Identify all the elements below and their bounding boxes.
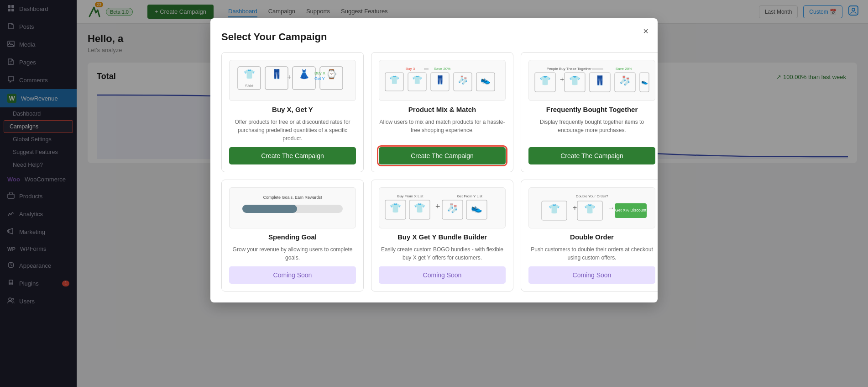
card-title-buy-x-get-y: Buy X, Get Y [229, 106, 356, 113]
svg-text:⌚: ⌚ [326, 69, 337, 80]
card-image-double-order: Double Your Order? 👕 + 👕 → Get X% Discou… [528, 187, 655, 228]
card-desc-buy-x-get-y: Offer products for free or at discounted… [229, 118, 356, 143]
svg-text:Buy 3: Buy 3 [406, 67, 415, 71]
svg-text:👖: 👖 [271, 69, 282, 80]
card-image-spending-goal: Complete Goals, Earn Rewards! [229, 187, 356, 228]
svg-text:👗: 👗 [298, 69, 310, 80]
campaign-card-double-order: Double Your Order? 👕 + 👕 → Get X% Discou… [521, 180, 658, 292]
svg-text:→: → [608, 204, 614, 212]
svg-text:Buy From X List: Buy From X List [397, 194, 424, 198]
card-image-buy-x-get-y: 👕 Shirt 👖 👗 + ⌚ Buy X Get Y [229, 60, 356, 101]
create-btn-buy-x-get-y[interactable]: Create The Campaign [229, 147, 356, 164]
card-title-spending-goal: Spending Goal [229, 233, 356, 241]
svg-text:Double Your Order?: Double Your Order? [576, 194, 608, 198]
svg-text:+: + [560, 75, 564, 83]
campaign-modal: Select Your Campaign × 👕 Shirt 👖 👗 + [210, 18, 658, 302]
campaign-card-bundle-builder: Buy From X List Get From Y List 👕 👕 + 🧦 … [371, 180, 513, 292]
create-btn-mix-match[interactable]: Create The Campaign [379, 147, 506, 164]
svg-text:Get From Y List: Get From Y List [457, 194, 483, 198]
svg-text:👕: 👕 [584, 203, 596, 214]
card-title-double-order: Double Order [528, 233, 655, 241]
svg-text:👕: 👕 [390, 202, 401, 213]
svg-text:👕: 👕 [412, 75, 423, 85]
svg-text:🧦: 🧦 [458, 75, 468, 85]
card-title-bundle-builder: Buy X Get Y Bundle Builder [379, 233, 506, 241]
card-image-mix-match: Buy 3 Save 20% 👕 👕 👖 🧦 👟 [379, 60, 506, 101]
svg-rect-55 [242, 205, 297, 213]
card-title-mix-match: Product Mix & Match [379, 106, 506, 113]
svg-text:People Buy These Together: People Buy These Together [547, 67, 592, 71]
card-desc-frequently-bought: Display frequently bought together items… [528, 118, 655, 143]
svg-text:+: + [287, 73, 291, 81]
card-desc-spending-goal: Grow your revenue by allowing users to c… [229, 245, 356, 262]
svg-text:👕: 👕 [389, 75, 400, 85]
card-desc-double-order: Push customers to double their orders at… [528, 245, 655, 262]
campaign-card-buy-x-get-y: 👕 Shirt 👖 👗 + ⌚ Buy X Get Y Buy X, Get Y [221, 52, 364, 172]
campaign-card-mix-match: Buy 3 Save 20% 👕 👕 👖 🧦 👟 [371, 52, 513, 172]
card-title-frequently-bought: Frequently Bought Together [528, 106, 655, 113]
campaign-card-spending-goal: Complete Goals, Earn Rewards! Spending G… [221, 180, 364, 292]
svg-text:Get Y: Get Y [314, 76, 325, 81]
card-desc-mix-match: Allow users to mix and match products fo… [379, 118, 506, 143]
create-btn-frequently-bought[interactable]: Create The Campaign [528, 147, 655, 164]
card-image-bundle-builder: Buy From X List Get From Y List 👕 👕 + 🧦 … [379, 187, 506, 228]
svg-text:👕: 👕 [549, 203, 560, 214]
coming-soon-btn-double-order: Coming Soon [528, 266, 655, 284]
campaign-card-frequently-bought: People Buy These Together Save 20% 👕 + 👕… [521, 52, 658, 172]
coming-soon-btn-bundle-builder: Coming Soon [379, 266, 506, 284]
svg-text:Get X% Discount: Get X% Discount [615, 208, 647, 212]
modal-close-button[interactable]: × [643, 27, 648, 36]
svg-text:+: + [573, 204, 577, 212]
svg-text:👖: 👖 [435, 75, 445, 85]
svg-text:👟: 👟 [481, 75, 491, 85]
svg-text:Buy X: Buy X [314, 71, 325, 75]
svg-text:Save 20%: Save 20% [434, 67, 450, 71]
svg-text:🧦: 🧦 [447, 202, 458, 213]
svg-text:🧦: 🧦 [619, 75, 631, 86]
svg-text:+: + [435, 202, 440, 211]
svg-text:👕: 👕 [244, 69, 255, 80]
svg-text:👕: 👕 [414, 202, 425, 213]
svg-text:Save 20%: Save 20% [616, 67, 632, 71]
modal-title: Select Your Campaign [221, 31, 647, 43]
modal-overlay: Select Your Campaign × 👕 Shirt 👖 👗 + [0, 0, 868, 387]
svg-text:Complete Goals, Earn Rewards!: Complete Goals, Earn Rewards! [263, 195, 322, 200]
campaign-grid: 👕 Shirt 👖 👗 + ⌚ Buy X Get Y Buy X, Get Y [221, 52, 647, 292]
card-desc-bundle-builder: Easily create custom BOGO bundles - with… [379, 245, 506, 262]
svg-text:👕: 👕 [569, 75, 580, 86]
svg-text:Shirt: Shirt [245, 84, 254, 88]
svg-text:👖: 👖 [594, 75, 606, 86]
svg-text:👟: 👟 [641, 78, 648, 85]
coming-soon-btn-spending-goal: Coming Soon [229, 266, 356, 284]
card-image-frequently-bought: People Buy These Together Save 20% 👕 + 👕… [528, 60, 655, 101]
svg-text:👕: 👕 [539, 75, 551, 86]
svg-text:👟: 👟 [471, 202, 482, 213]
